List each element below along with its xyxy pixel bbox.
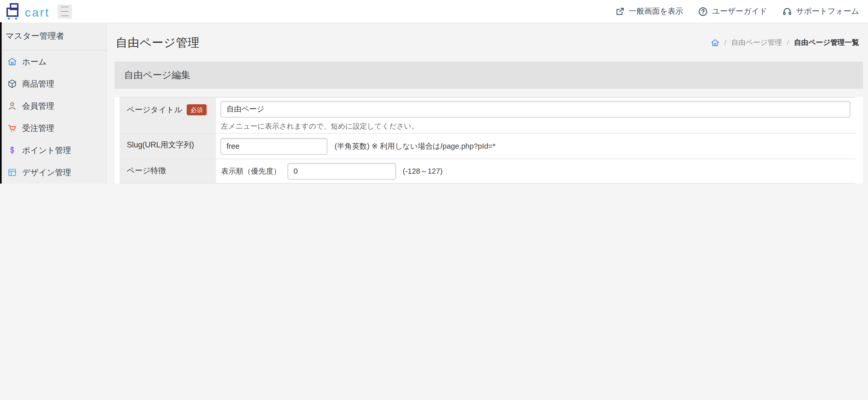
cube-icon [7,79,17,89]
role-label: マスター管理者 [0,23,106,50]
page-title-input[interactable] [220,101,850,117]
support-form-label: サポートフォーム [796,6,859,16]
sidebar-item-points[interactable]: ポイント管理 [0,139,106,162]
top-bar-links: 一般画面を表示 ユーザーガイド サポートフォーム [616,6,859,16]
breadcrumb-separator: / [787,38,789,47]
field-label-cell: ページ特徴 [120,159,216,183]
bcart-admin-window: cart 一般画面を表示 ユーザーガイド [0,0,868,183]
sidebar-item-members[interactable]: 会員管理 [0,95,106,117]
sidebar-item-label: ポイント管理 [22,145,71,155]
user-icon [7,101,17,111]
sidebar-item-label: 商品管理 [22,79,54,89]
sidebar-item-label: 受注管理 [22,123,54,133]
display-order-range-note: (-128～127) [403,166,442,176]
home-icon [7,57,17,66]
bcart-logo-icon [6,3,22,20]
sidebar-item-home[interactable]: ホーム [0,50,106,73]
sidebar-item-label: 会員管理 [22,101,54,111]
slug-input[interactable] [220,138,327,154]
section-header: 自由ページ編集 [115,62,863,89]
view-site-label: 一般画面を表示 [629,6,683,16]
breadcrumb-home-icon[interactable] [710,38,719,47]
menu-toggle-button[interactable] [58,4,72,19]
breadcrumb-separator: / [724,38,726,47]
sidebar: マスター管理者 ホーム 商品管理 [0,23,107,183]
edit-form-table: ページタイトル必須 左メニューに表示されますので、短めに設定してください。 Sl… [120,97,855,183]
external-link-icon [616,7,625,16]
logo-text: cart [25,7,50,20]
field-label-cell: ページタイトル必須 [120,97,216,133]
field-label: ページ特徴 [127,166,166,175]
sidebar-item-label: デザイン管理 [22,167,71,178]
view-site-link[interactable]: 一般画面を表示 [616,6,683,16]
edit-form-panel: ページタイトル必須 左メニューに表示されますので、短めに設定してください。 Sl… [115,97,863,183]
headset-icon [782,6,792,16]
left-edge-artifact [0,22,2,183]
sidebar-item-label: ホーム [22,56,46,67]
page-title-help: 左メニューに表示されますので、短めに設定してください。 [221,121,855,132]
sidebar-item-design[interactable]: デザイン管理 [0,162,106,183]
field-label-cell: Slug(URL用文字列) [120,134,216,159]
display-order-label: 表示順（優先度） [221,166,281,176]
user-guide-link[interactable]: ユーザーガイド [698,6,767,16]
form-row-feature: ページ特徴 表示順（優先度） (-128～127) [120,159,855,183]
sidebar-item-orders[interactable]: 受注管理 [0,117,106,139]
dollar-icon [7,145,17,155]
help-circle-icon [698,6,708,16]
breadcrumb-item[interactable]: 自由ページ管理 [731,37,782,47]
slug-note: (半角英数) ※ 利用しない場合は/page.php?pId=* [335,141,496,151]
top-bar: cart 一般画面を表示 ユーザーガイド [0,0,868,23]
shopping-cart-icon [7,123,17,133]
sidebar-item-products[interactable]: 商品管理 [0,73,106,95]
layout-icon [7,168,17,177]
user-guide-label: ユーザーガイド [712,6,767,16]
page-header: 自由ページ管理 / 自由ページ管理 / 自由ページ管理一覧 [107,23,868,61]
breadcrumb-current: 自由ページ管理一覧 [794,37,859,47]
required-badge: 必須 [187,104,207,115]
field-label: ページタイトル [127,105,182,114]
sidebar-menu: ホーム 商品管理 会員管理 [0,50,106,183]
support-form-link[interactable]: サポートフォーム [782,6,859,16]
page-title: 自由ページ管理 [116,35,199,50]
display-order-input[interactable] [287,163,396,179]
form-row-slug: Slug(URL用文字列) (半角英数) ※ 利用しない場合は/page.php… [120,134,855,159]
field-label: Slug(URL用文字列) [127,140,194,149]
bcart-logo: cart [6,3,50,20]
main-content: 自由ページ管理 / 自由ページ管理 / 自由ページ管理一覧 自由ページ編集 [107,23,868,183]
form-row-page-title: ページタイトル必須 左メニューに表示されますので、短めに設定してください。 [120,97,855,134]
breadcrumb: / 自由ページ管理 / 自由ページ管理一覧 [710,37,862,47]
